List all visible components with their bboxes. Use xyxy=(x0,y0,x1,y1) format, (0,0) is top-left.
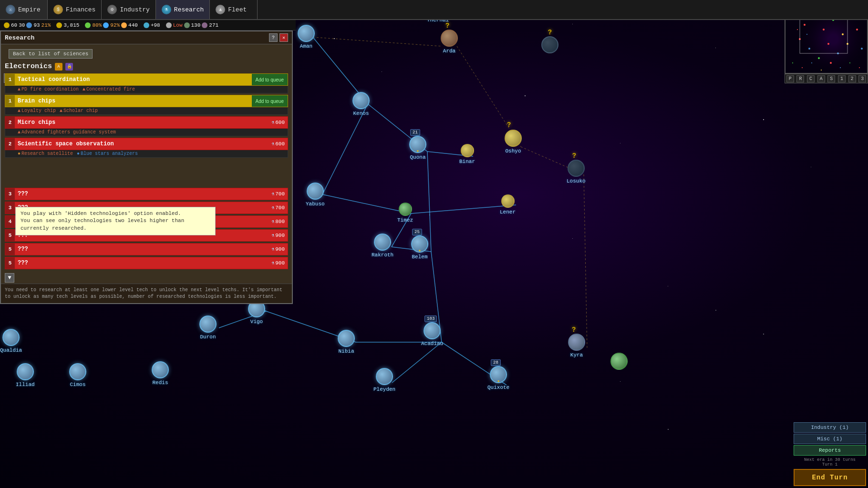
planet-duron[interactable]: Duron xyxy=(199,315,217,340)
colony-badge-acadiau: 103 xyxy=(424,315,437,322)
planet-lener[interactable]: Lener xyxy=(500,194,516,215)
planet-label-kyra: Kyra xyxy=(570,352,583,358)
research-row-unk-5c[interactable]: 5 ??? ⚗900 xyxy=(5,257,288,269)
energy-pct1: 80% xyxy=(92,22,102,28)
research-item-unk-5c: 5 ??? ⚗900 xyxy=(5,257,288,269)
research-row-unk-3a[interactable]: 3 ??? ⚗700 xyxy=(5,188,288,200)
planet-unknown-rm[interactable] xyxy=(610,353,628,370)
planet-losuko[interactable]: ? Losuko xyxy=(567,160,586,184)
finances-icon: $ xyxy=(53,5,63,14)
fleet-val1: 130 xyxy=(191,22,201,28)
planet-nibia[interactable]: Nibia xyxy=(338,330,355,354)
empire-val1: 60 xyxy=(11,22,17,28)
minimap-btn-1[interactable]: 1 xyxy=(838,75,846,82)
tab-empire[interactable]: ⚔ Empire xyxy=(0,0,48,19)
tab-fleet[interactable]: ▲ Fleet xyxy=(210,0,258,19)
planet-belem[interactable]: 25 ★ Belem xyxy=(411,235,428,260)
panel-close-button[interactable]: ✕ xyxy=(279,33,288,42)
finance-val: 3,815 xyxy=(63,22,79,28)
star xyxy=(763,119,764,120)
scroll-down-list[interactable]: ▼ xyxy=(5,273,14,283)
research-status: +98 xyxy=(144,22,160,28)
add-to-queue-tactical[interactable]: Add to queue xyxy=(252,74,288,85)
planet-acadiau[interactable]: 103 Acadiau xyxy=(421,322,443,346)
planet-rakroth[interactable]: Rakroth xyxy=(372,234,393,258)
planet-illiad[interactable]: Illiad xyxy=(16,363,35,387)
research-row-unk-5b[interactable]: 5 ??? ⚗900 xyxy=(5,243,288,255)
planet-pleyden[interactable]: Pleyden xyxy=(373,368,395,392)
tab-research[interactable]: ⚗ Research xyxy=(156,0,210,19)
question-mark-kyra: ? xyxy=(572,326,576,334)
research-cost-space-obs: ⚗600 xyxy=(269,141,288,147)
planet-circle-nibia xyxy=(338,330,355,347)
end-turn-button[interactable]: End Turn xyxy=(794,469,866,486)
research-panel: Research ? ✕ ▲ Back to list of sciences … xyxy=(0,30,293,304)
colony-badge-quixote: 28 xyxy=(491,359,501,366)
industry-notification-button[interactable]: Industry (1) xyxy=(794,422,866,433)
planet-yabuso[interactable]: Yabuso xyxy=(306,183,325,207)
tooltip-line2: You can see only technologies two levels… xyxy=(21,217,210,232)
minimap-btn-2[interactable]: 2 xyxy=(848,75,856,82)
planet-circle-lener xyxy=(501,194,515,208)
research-row-tactical[interactable]: 1 Tactical coordination ⚗500 Add to queu… xyxy=(5,73,288,86)
planet-arda[interactable]: ? Arda xyxy=(441,30,458,54)
pop-icon xyxy=(26,22,32,28)
empire-pop: 93 xyxy=(33,22,40,28)
research-name-space-obs: Scientific space observation xyxy=(15,141,269,147)
minimap-btn-a[interactable]: A xyxy=(817,75,825,82)
minimap-btn-3[interactable]: 3 xyxy=(858,75,866,82)
research-row-space-obs[interactable]: 2 Scientific space observation ⚗600 xyxy=(5,138,288,150)
fleet-status: Low 130 271 xyxy=(166,22,218,28)
panel-minimize-button[interactable]: ? xyxy=(269,33,278,42)
minimap-btn-s[interactable]: S xyxy=(827,75,835,82)
planet-circle-oshyo xyxy=(505,130,522,147)
sub-label-satellite: Research satellite xyxy=(21,151,73,156)
research-sub-micro: ▲ Advanced fighters guidance system xyxy=(5,129,288,136)
reports-button[interactable]: Reports xyxy=(794,445,866,456)
planet-quixote[interactable]: 28 ★ Quixote xyxy=(487,366,509,390)
colony-badge-belem: 25 xyxy=(412,229,422,235)
tab-finances[interactable]: $ Finances xyxy=(48,0,102,19)
planet-label-timez: Timez xyxy=(397,217,413,223)
research-row-micro[interactable]: 2 Micro chips ⚗600 xyxy=(5,116,288,129)
research-name-tactical: Tactical coordination xyxy=(15,76,269,83)
sub-satellite: ● Research satellite xyxy=(18,151,73,156)
planet-qualdia[interactable]: Qualdia xyxy=(0,329,22,353)
planet-kyra[interactable]: ? Kyra xyxy=(568,334,585,358)
planet-circle-tr xyxy=(541,36,558,53)
planet-timez[interactable]: Timez xyxy=(397,203,413,223)
minimap-btn-r[interactable]: R xyxy=(796,75,804,82)
planet-oshyo[interactable]: ? Oshyo xyxy=(505,130,522,154)
minimap-btn-c[interactable]: C xyxy=(807,75,815,82)
planet-circle-quixote: ★ xyxy=(490,366,507,383)
planet-redis[interactable]: Redis xyxy=(152,361,169,386)
planet-cimos[interactable]: Cimos xyxy=(69,363,86,387)
sub-label-scholar: Scholar chip xyxy=(63,108,98,113)
star xyxy=(429,214,430,215)
empire-status: 60 30 93 21% xyxy=(4,22,51,28)
planet-aman[interactable]: Aman xyxy=(298,25,315,49)
planet-label-vigo: Vigo xyxy=(250,319,263,325)
next-era-text: Next era in 30 turns xyxy=(795,458,865,462)
planet-kenos[interactable]: Kenos xyxy=(352,92,370,116)
planet-label-acadiau: Acadiau xyxy=(421,341,443,346)
planet-quona[interactable]: 21 ★ Quona xyxy=(409,136,426,160)
misc-notification-button[interactable]: Misc (1) xyxy=(794,434,866,444)
bottom-right-panel: Industry (1) Misc (1) Reports Next era i… xyxy=(792,420,868,488)
planet-unknown-tr[interactable]: ? xyxy=(541,29,558,53)
back-to-sciences-button[interactable]: Back to list of sciences xyxy=(9,49,93,59)
research-title-bar: Research ? ✕ xyxy=(1,31,292,44)
sub-fighters: ▲ Advanced fighters guidance system xyxy=(18,130,116,135)
planet-circle-duron xyxy=(199,315,217,333)
research-row-brain[interactable]: 1 Brain chips ⚗500 Add to queue xyxy=(5,95,288,107)
tab-industry[interactable]: ⚙ Industry xyxy=(102,0,155,19)
planet-binar[interactable]: Binar xyxy=(459,144,475,164)
star xyxy=(668,286,668,286)
minimap-btn-p[interactable]: P xyxy=(786,75,794,82)
research-sub-brain: ▲ Loyalty chip ▲ Scholar chip xyxy=(5,107,288,115)
planet-circle-rakroth xyxy=(374,234,391,251)
turn-info: Next era in 30 turns Turn 1 xyxy=(794,457,866,468)
research-rp: +98 xyxy=(151,22,160,28)
star xyxy=(620,381,620,382)
add-to-queue-brain[interactable]: Add to queue xyxy=(252,95,288,107)
